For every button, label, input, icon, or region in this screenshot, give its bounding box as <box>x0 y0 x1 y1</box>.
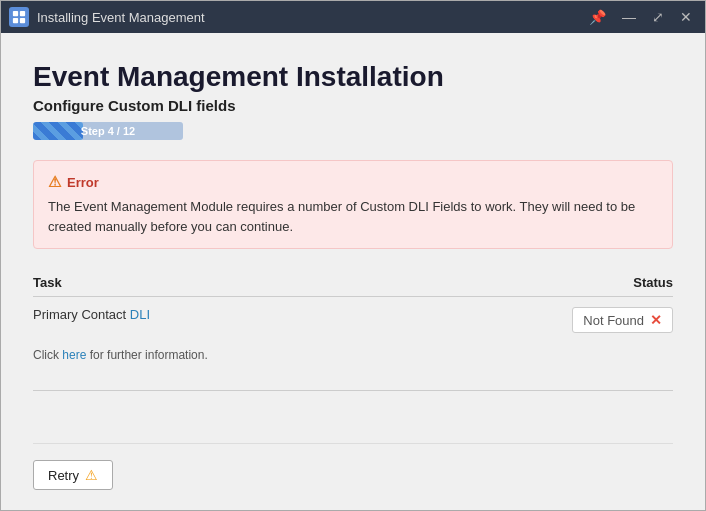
progress-label: Step 4 / 12 <box>81 125 135 137</box>
main-window: Installing Event Management 📌 — ⤢ ✕ Even… <box>0 0 706 511</box>
click-here-link[interactable]: here <box>62 348 86 362</box>
svg-rect-1 <box>20 11 25 16</box>
click-here-row: Click here for further information. <box>33 337 673 366</box>
progress-bar-fill <box>33 122 83 140</box>
content-divider <box>33 390 673 391</box>
click-here-suffix: for further information. <box>86 348 207 362</box>
retry-warning-icon: ⚠ <box>85 467 98 483</box>
task-table: Task Status Primary Contact DLI Not Foun… <box>33 269 673 366</box>
app-icon <box>9 7 29 27</box>
svg-rect-2 <box>13 18 18 23</box>
col-task-header: Task <box>33 269 377 297</box>
svg-rect-0 <box>13 11 18 16</box>
table-row: Primary Contact DLI Not Found ✕ <box>33 297 673 338</box>
retry-label: Retry <box>48 468 79 483</box>
title-bar-text: Installing Event Management <box>37 10 576 25</box>
page-title: Event Management Installation <box>33 61 673 93</box>
header-section: Event Management Installation Configure … <box>33 61 673 140</box>
not-found-icon: ✕ <box>650 312 662 328</box>
click-here-cell: Click here for further information. <box>33 337 673 366</box>
title-bar-controls: 📌 — ⤢ ✕ <box>584 8 697 26</box>
click-here-prefix: Click <box>33 348 62 362</box>
click-here-text: Click here for further information. <box>33 348 208 362</box>
error-warning-icon: ⚠ <box>48 173 61 191</box>
maximize-button[interactable]: ⤢ <box>647 8 669 26</box>
pin-button[interactable]: 📌 <box>584 8 611 26</box>
retry-button[interactable]: Retry ⚠ <box>33 460 113 490</box>
error-title-text: Error <box>67 175 99 190</box>
title-bar: Installing Event Management 📌 — ⤢ ✕ <box>1 1 705 33</box>
main-content: Event Management Installation Configure … <box>1 33 705 510</box>
page-subtitle: Configure Custom DLI fields <box>33 97 673 114</box>
error-title: ⚠ Error <box>48 173 658 191</box>
footer: Retry ⚠ <box>33 443 673 490</box>
not-found-badge: Not Found ✕ <box>572 307 673 333</box>
error-message: The Event Management Module requires a n… <box>48 197 658 236</box>
status-cell: Not Found ✕ <box>377 297 673 338</box>
task-text: Primary Contact <box>33 307 130 322</box>
error-box: ⚠ Error The Event Management Module requ… <box>33 160 673 249</box>
progress-bar-container: Step 4 / 12 <box>33 122 183 140</box>
not-found-text: Not Found <box>583 313 644 328</box>
col-status-header: Status <box>377 269 673 297</box>
svg-rect-3 <box>20 18 25 23</box>
task-dli-link[interactable]: DLI <box>130 307 150 322</box>
close-button[interactable]: ✕ <box>675 8 697 26</box>
minimize-button[interactable]: — <box>617 8 641 26</box>
task-cell: Primary Contact DLI <box>33 297 377 338</box>
